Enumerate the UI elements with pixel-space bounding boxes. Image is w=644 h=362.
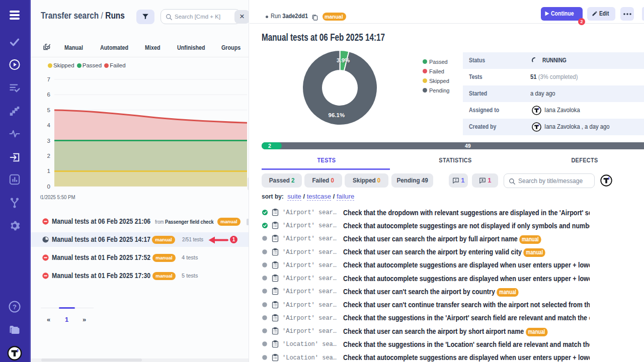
svg-text:96.1%: 96.1% [328,112,345,118]
svg-text:6: 6 [47,92,50,98]
svg-text:?: ? [13,303,17,311]
svg-text:2: 2 [47,153,50,159]
svg-text:3.9%: 3.9% [337,57,350,63]
svg-text:0: 0 [47,184,50,190]
svg-text:7: 7 [47,76,50,82]
svg-text:3: 3 [47,138,50,144]
svg-text:1: 1 [47,168,50,174]
svg-text:4: 4 [47,122,51,128]
svg-text:5: 5 [47,107,50,113]
